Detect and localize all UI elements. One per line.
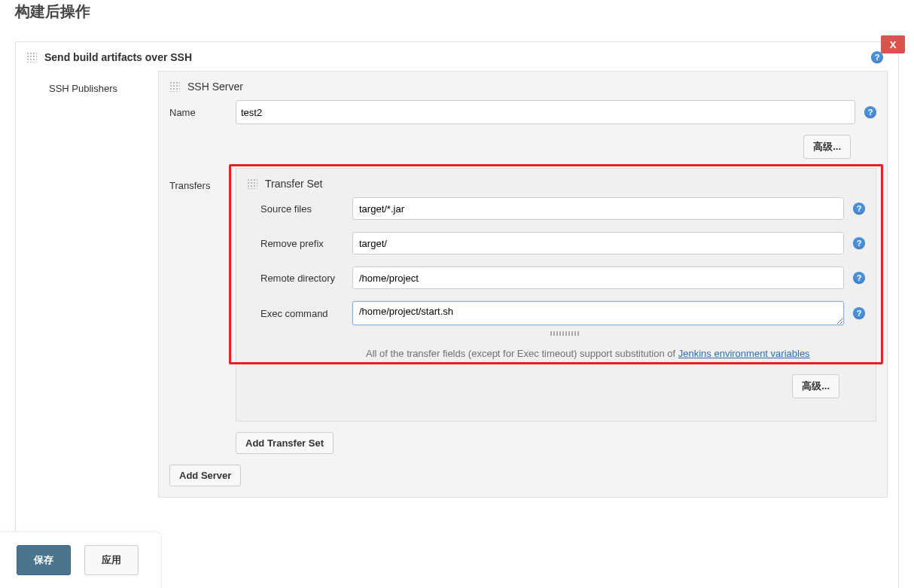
source-files-label: Source files <box>247 203 352 215</box>
drag-handle-icon[interactable] <box>26 52 37 62</box>
transfer-hint-text: All of the transfer fields (except for E… <box>247 346 865 362</box>
transfer-set-panel: Transfer Set Source files ? Remove prefi… <box>236 168 876 422</box>
server-name-label: Name <box>169 107 236 118</box>
help-icon[interactable]: ? <box>853 237 865 249</box>
apply-button[interactable]: 应用 <box>84 545 139 575</box>
footer-action-bar: 保存 应用 <box>0 532 162 588</box>
help-icon[interactable]: ? <box>853 307 865 319</box>
ssh-server-panel: SSH Server Name test2 ? 高级... Transfers <box>158 71 888 498</box>
ssh-server-label: SSH Server <box>187 81 243 93</box>
server-name-select[interactable]: test2 <box>236 100 855 124</box>
jenkins-env-vars-link[interactable]: Jenkins environment variables <box>678 348 810 359</box>
transfer-set-heading: Transfer Set <box>247 176 865 197</box>
ssh-server-heading: SSH Server <box>169 79 876 100</box>
drag-handle-icon[interactable] <box>169 81 180 92</box>
ssh-server-advanced-button[interactable]: 高级... <box>803 135 851 159</box>
add-transfer-set-button[interactable]: Add Transfer Set <box>236 432 334 454</box>
ssh-publishers-label: SSH Publishers <box>26 71 158 498</box>
source-files-input[interactable] <box>352 197 844 220</box>
exec-command-label: Exec command <box>247 308 352 319</box>
remote-directory-input[interactable] <box>352 267 844 289</box>
resize-grip-icon[interactable] <box>550 331 580 336</box>
save-button[interactable]: 保存 <box>17 545 71 575</box>
help-icon[interactable]: ? <box>853 272 865 284</box>
add-server-button[interactable]: Add Server <box>169 465 241 486</box>
transfer-advanced-button[interactable]: 高级... <box>792 374 839 398</box>
transfers-label: Transfers <box>169 168 236 454</box>
section-header: Send build artifacts over SSH ? <box>16 42 898 71</box>
remove-prefix-label: Remove prefix <box>247 238 352 249</box>
remove-prefix-input[interactable] <box>352 232 844 254</box>
transfer-set-label: Transfer Set <box>265 178 323 190</box>
section-title: Send build artifacts over SSH <box>44 51 192 63</box>
drag-handle-icon[interactable] <box>247 178 257 189</box>
remote-directory-label: Remote directory <box>247 273 352 284</box>
help-icon[interactable]: ? <box>853 203 865 215</box>
help-icon[interactable]: ? <box>864 106 876 118</box>
post-build-action-panel: X Send build artifacts over SSH ? SSH Pu… <box>15 41 899 588</box>
help-icon[interactable]: ? <box>871 51 883 63</box>
page-title: 构建后操作 <box>0 0 914 28</box>
exec-command-textarea[interactable] <box>352 301 844 325</box>
